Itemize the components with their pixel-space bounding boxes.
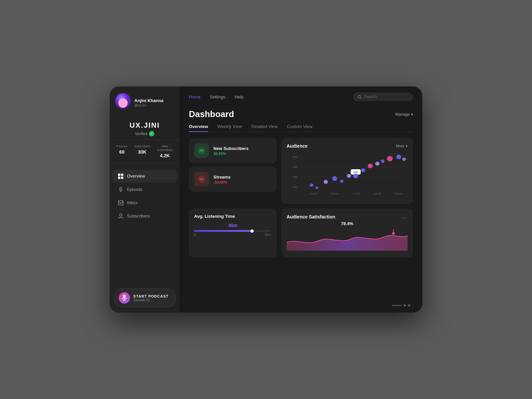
- search-bar[interactable]: [353, 92, 413, 101]
- topbar: Home Settings Help: [180, 86, 422, 104]
- tab-detailed[interactable]: Detailed View: [251, 124, 278, 132]
- svg-point-33: [340, 180, 344, 183]
- dashboard-content: Dashboard Manage ▾ Overview Weekly View …: [180, 104, 422, 306]
- metric-card-subscribers: New Subscribers 20.91%: [189, 138, 277, 163]
- more-button[interactable]: More ▾: [396, 144, 408, 148]
- search-icon: [358, 95, 361, 99]
- svg-text:16-04: 16-04: [331, 192, 338, 195]
- profile-section: Anjini Khanna @ux.jini: [110, 86, 180, 116]
- svg-rect-2: [118, 177, 120, 179]
- grid-icon: [118, 173, 124, 179]
- svg-point-38: [353, 174, 358, 178]
- audience-title: Audience: [287, 143, 308, 149]
- verified-label: Verified: [135, 132, 147, 136]
- tab-weekly[interactable]: Weekly View: [217, 124, 242, 132]
- svg-text:25K: 25K: [292, 166, 298, 169]
- sidebar-item-subscribers[interactable]: Subscribers: [112, 210, 177, 222]
- profile-handle: @ux.jini: [134, 103, 163, 107]
- metric-card-streams: Streams -10.63%: [189, 167, 277, 192]
- svg-point-32: [332, 176, 337, 181]
- stat-new-subscribers-value: 4.2K: [157, 153, 173, 158]
- inbox-icon: [118, 200, 124, 206]
- pagination-dot-1: [404, 304, 406, 307]
- metric-text-subscribers: New Subscribers 20.91%: [213, 146, 249, 156]
- sidebar-overview-label: Overview: [127, 174, 145, 179]
- svg-point-41: [375, 162, 380, 166]
- chevron-down-icon: ▾: [406, 144, 408, 148]
- tab-custom[interactable]: Custom View: [287, 124, 312, 132]
- audience-header: Audience More ▾: [287, 143, 408, 149]
- podcast-btn-sub: Episode 61: [133, 298, 169, 302]
- stat-new-subscribers-label: NewSubscribers: [157, 145, 173, 152]
- start-podcast-button[interactable]: START PODCAST Episode 61: [114, 289, 176, 307]
- metric-value-subscribers: 20.91%: [213, 152, 249, 156]
- pagination-dots: [180, 303, 417, 309]
- svg-point-31: [324, 180, 328, 184]
- sidebar-subscribers-label: Subscribers: [127, 213, 150, 218]
- svg-rect-7: [118, 200, 123, 205]
- metric-text-streams: Streams -10.63%: [213, 175, 230, 184]
- sidebar-inbox-label: Inbox: [127, 200, 138, 205]
- profile-name: Anjini Khanna: [134, 98, 163, 103]
- svg-rect-3: [121, 177, 123, 179]
- topbar-link-help[interactable]: Help: [235, 94, 244, 99]
- svg-rect-4: [120, 187, 122, 190]
- svg-point-8: [119, 213, 122, 216]
- metric-value-streams: -10.63%: [213, 180, 230, 184]
- progress-track: [194, 230, 271, 232]
- satisfaction-percentage: 78.4%: [287, 221, 408, 226]
- streams-icon: [194, 172, 209, 187]
- main-content-area: Home Settings Help Dashboard Manage ▾: [180, 86, 422, 313]
- avatar: [115, 93, 131, 109]
- progress-min: 0: [194, 233, 196, 237]
- svg-text:18-04: 18-04: [374, 192, 381, 195]
- stat-new-subscribers: NewSubscribers 4.2K: [157, 145, 173, 158]
- sidebar-item-overview[interactable]: Overview: [112, 170, 177, 183]
- pagination-dot-2: [408, 304, 410, 307]
- topbar-link-home[interactable]: Home: [189, 94, 200, 99]
- audience-chart-area: 30K 25K 20K 15K 15-04 16-04 17-04 18-04 …: [287, 152, 408, 199]
- satisfaction-header: Audience Satisfaction ...: [287, 214, 408, 220]
- dots-menu-button[interactable]: ...: [401, 214, 408, 220]
- manage-button[interactable]: Manage ▾: [395, 112, 413, 117]
- progress-thumb: [250, 229, 254, 233]
- stat-subscribers-label: Subscribers: [134, 145, 150, 148]
- listening-value: 45m: [194, 223, 271, 228]
- stat-subscribers: Subscribers 30K: [134, 145, 150, 158]
- metrics-column: New Subscribers 20.91% Streams: [189, 138, 277, 204]
- cards-grid: New Subscribers 20.91% Streams: [189, 138, 413, 204]
- stat-podcast-label: Podcast: [116, 145, 127, 148]
- audience-chart-svg: 30K 25K 20K 15K 15-04 16-04 17-04 18-04 …: [287, 152, 408, 199]
- progress-max: 60m: [265, 233, 271, 237]
- svg-text:30K: 30K: [292, 156, 298, 159]
- stat-podcast-value: 60: [116, 149, 127, 155]
- svg-text:15K: 15K: [292, 186, 298, 189]
- tab-overview[interactable]: Overview: [189, 124, 208, 132]
- satisfaction-wave-chart: [287, 227, 408, 251]
- svg-rect-0: [118, 174, 120, 176]
- sidebar-item-episodes[interactable]: Episods: [112, 183, 177, 196]
- topbar-link-settings[interactable]: Settings: [210, 94, 225, 99]
- svg-point-43: [387, 156, 393, 161]
- metric-label-subscribers: New Subscribers: [213, 146, 249, 151]
- svg-line-13: [360, 97, 361, 98]
- podcast-btn-label: START PODCAST: [133, 294, 169, 298]
- device-frame: Anjini Khanna @ux.jini UX.JINI Verified …: [110, 86, 422, 313]
- satisfaction-title: Audience Satisfaction: [287, 214, 335, 219]
- svg-text:18K: 18K: [353, 171, 358, 174]
- search-input[interactable]: [364, 94, 408, 99]
- sidebar: Anjini Khanna @ux.jini UX.JINI Verified …: [110, 86, 180, 313]
- svg-point-44: [396, 155, 401, 159]
- listening-time-card: Avg. Listening Time 45m 0 60m: [189, 208, 277, 257]
- svg-point-12: [358, 95, 361, 98]
- listening-title: Avg. Listening Time: [194, 214, 271, 219]
- metric-label-streams: Streams: [213, 175, 230, 180]
- progress-fill: [194, 230, 252, 232]
- audience-card: Audience More ▾: [281, 138, 413, 204]
- svg-point-40: [368, 164, 373, 168]
- sidebar-item-inbox[interactable]: Inbox: [112, 197, 177, 209]
- svg-point-39: [361, 168, 365, 172]
- svg-text:20K: 20K: [292, 176, 298, 179]
- person-icon: [118, 213, 124, 219]
- svg-text:17-04: 17-04: [352, 192, 360, 195]
